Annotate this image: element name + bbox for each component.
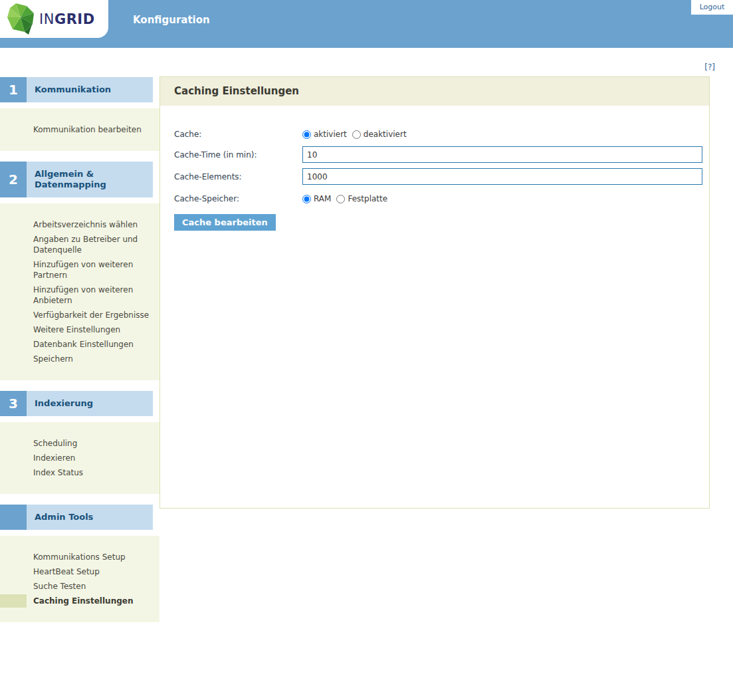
sidebar-section-panel-kommunikation: Kommunikation bearbeiten xyxy=(0,108,159,151)
top-header-bar: Konfiguration xyxy=(0,0,733,48)
radio-option-deaktiviert[interactable]: deaktiviert xyxy=(352,130,407,139)
radio-label: RAM xyxy=(314,194,331,203)
brand-name: INGRID xyxy=(39,11,95,27)
sidebar-item-verf-gbarkeit-der-ergebnisse[interactable]: Verfügbarkeit der Ergebnisse xyxy=(0,308,159,322)
main-content-panel: Caching Einstellungen Cache: aktiviertde… xyxy=(159,76,710,509)
sidebar-section-panel-allgemein-datenmapping: Arbeitsverzeichnis wählenAngaben zu Betr… xyxy=(0,203,159,380)
cache-elements-input[interactable] xyxy=(302,168,702,185)
logo[interactable]: INGRID xyxy=(0,0,108,38)
cache-time-input[interactable] xyxy=(302,146,702,163)
radio-ram[interactable] xyxy=(302,195,311,203)
sidebar-section-header-allgemein-datenmapping: 2Allgemein & Datenmapping xyxy=(0,162,153,197)
sidebar-section-panel-indexierung: SchedulingIndexierenIndex Status xyxy=(0,422,159,494)
sidebar-item-indexieren[interactable]: Indexieren xyxy=(0,451,159,465)
caching-settings-form: Cache: aktiviertdeaktiviert Cache-Time (… xyxy=(160,106,709,231)
radio-aktiviert[interactable] xyxy=(302,130,311,139)
sidebar-section-header-kommunikation: 1Kommunikation xyxy=(0,77,153,102)
cache-bearbeiten-button[interactable]: Cache bearbeiten xyxy=(174,214,276,231)
ingrid-gem-icon xyxy=(6,3,38,36)
sidebar-item-hinzuf-gen-von-weiteren-anbietern[interactable]: Hinzufügen von weiteren Anbietern xyxy=(0,283,159,308)
cache-radio-group: aktiviertdeaktiviert xyxy=(302,130,412,139)
sidebar-item-weitere-einstellungen[interactable]: Weitere Einstellungen xyxy=(0,322,159,337)
radio-label: Festplatte xyxy=(348,194,387,203)
section-title: Indexierung xyxy=(27,391,153,416)
radio-option-ram[interactable]: RAM xyxy=(302,194,331,203)
content-title: Caching Einstellungen xyxy=(160,77,709,106)
sidebar-item-kommunikation-bearbeiten[interactable]: Kommunikation bearbeiten xyxy=(0,122,159,137)
cache-row: Cache: aktiviertdeaktiviert xyxy=(174,126,709,142)
radio-label: aktiviert xyxy=(314,130,347,139)
sidebar: 1KommunikationKommunikation bearbeiten2A… xyxy=(0,77,159,633)
sidebar-item-angaben-zu-betreiber-und-datenquelle[interactable]: Angaben zu Betreiber und Datenquelle xyxy=(0,232,159,257)
section-title: Kommunikation xyxy=(27,77,153,102)
radio-option-festplatte[interactable]: Festplatte xyxy=(336,194,387,203)
section-number: 1 xyxy=(0,77,27,102)
section-title: Allgemein & Datenmapping xyxy=(27,162,153,197)
radio-deaktiviert[interactable] xyxy=(352,130,361,139)
sidebar-item-hinzuf-gen-von-weiteren-partnern[interactable]: Hinzufügen von weiteren Partnern xyxy=(0,257,159,283)
sidebar-item-scheduling[interactable]: Scheduling xyxy=(0,436,159,451)
sidebar-item-suche-testen[interactable]: Suche Testen xyxy=(0,579,159,594)
brand-name-light: IN xyxy=(39,11,54,27)
radio-label: deaktiviert xyxy=(364,130,407,139)
radio-festplatte[interactable] xyxy=(336,195,345,203)
cache-speicher-radio-group: RAMFestplatte xyxy=(302,194,393,203)
cache-speicher-row: Cache-Speicher: RAMFestplatte xyxy=(174,191,709,206)
cache-elements-row: Cache-Elements: xyxy=(174,168,709,185)
cache-label: Cache: xyxy=(174,130,302,139)
brand-name-bold: GRID xyxy=(54,11,95,27)
section-title: Admin Tools xyxy=(27,505,153,530)
section-number xyxy=(0,505,27,530)
section-number: 2 xyxy=(0,162,27,197)
cache-time-label: Cache-Time (in min): xyxy=(174,150,302,160)
cache-time-row: Cache-Time (in min): xyxy=(174,146,709,163)
help-link[interactable]: [?] xyxy=(704,62,715,72)
cache-speicher-label: Cache-Speicher: xyxy=(174,194,302,203)
sidebar-item-arbeitsverzeichnis-w-hlen[interactable]: Arbeitsverzeichnis wählen xyxy=(0,217,159,232)
sidebar-item-kommunikations-setup[interactable]: Kommunikations Setup xyxy=(0,550,159,564)
cache-elements-label: Cache-Elements: xyxy=(174,172,302,181)
radio-option-aktiviert[interactable]: aktiviert xyxy=(302,130,347,139)
sidebar-section-panel-admin-tools: Kommunikations SetupHeartBeat SetupSuche… xyxy=(0,536,159,622)
button-row: Cache bearbeiten xyxy=(174,214,709,231)
sidebar-item-datenbank-einstellungen[interactable]: Datenbank Einstellungen xyxy=(0,337,159,352)
section-number: 3 xyxy=(0,391,27,416)
sidebar-section-header-admin-tools: Admin Tools xyxy=(0,505,153,530)
sidebar-item-index-status[interactable]: Index Status xyxy=(0,465,159,480)
sidebar-section-header-indexierung: 3Indexierung xyxy=(0,391,153,416)
sidebar-item-caching-einstellungen[interactable]: Caching Einstellungen xyxy=(0,594,159,608)
logout-button[interactable]: Logout xyxy=(691,0,733,15)
page-title: Konfiguration xyxy=(133,0,210,40)
sidebar-item-speichern[interactable]: Speichern xyxy=(0,352,159,366)
sidebar-item-heartbeat-setup[interactable]: HeartBeat Setup xyxy=(0,564,159,579)
